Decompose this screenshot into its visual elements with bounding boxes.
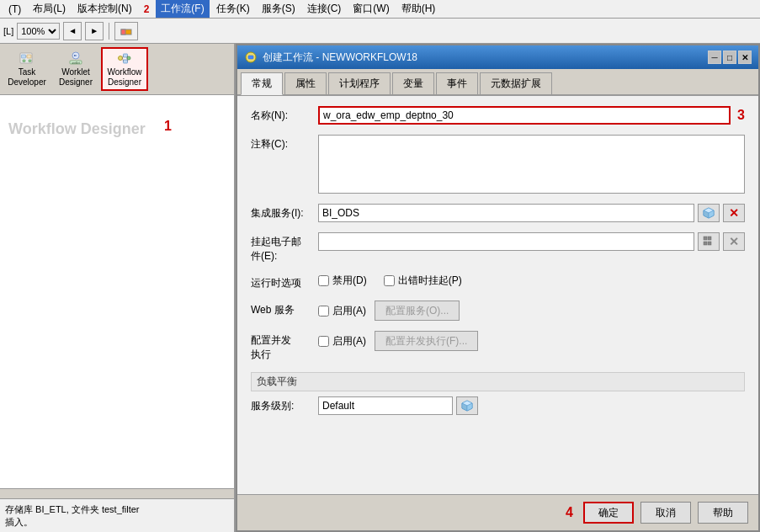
service-field: ✕ — [318, 204, 745, 222]
web-service-label: Web 服务 — [251, 301, 318, 317]
web-service-row: Web 服务 启用(A) 配置服务(O)... — [251, 301, 745, 321]
dialog-icon — [244, 51, 258, 64]
menu-t[interactable]: (T) — [3, 2, 26, 17]
grid-icon — [703, 236, 715, 247]
close-btn[interactable]: ✕ — [738, 51, 752, 64]
web-enable-label: 启用(A) — [332, 304, 366, 318]
comment-input[interactable] — [318, 135, 745, 194]
service-level-input[interactable] — [318, 396, 453, 415]
zoom-out-btn[interactable]: ◄ — [63, 22, 82, 40]
svg-rect-1 — [121, 29, 125, 35]
svg-rect-14 — [124, 60, 128, 63]
tab-scheduler[interactable]: 计划程序 — [328, 72, 391, 94]
email-browse-btn[interactable] — [698, 232, 720, 251]
name-row: 名称(N): 3 — [251, 106, 745, 125]
cube-icon — [702, 206, 715, 220]
zoom-in-btn[interactable]: ► — [85, 22, 104, 40]
minimize-btn[interactable]: ─ — [708, 51, 721, 64]
name-field: 3 — [318, 106, 745, 125]
web-enable-checkbox[interactable] — [318, 306, 329, 317]
concurrent-label: 配置并发执行 — [251, 331, 318, 362]
maximize-btn[interactable]: □ — [723, 51, 736, 64]
menu-service[interactable]: 服务(S) — [257, 0, 300, 18]
menu-bar: (T) 布局(L) 版本控制(N) 2 工作流(F) 任务(K) 服务(S) 连… — [0, 0, 760, 19]
help-button[interactable]: 帮助 — [698, 502, 748, 524]
toolbar: [L] 100% ◄ ► — [0, 19, 760, 44]
dialog-title-text: 创建工作流 - NEWWORKFLOW18 — [263, 51, 417, 65]
cancel-button[interactable]: 取消 — [640, 502, 691, 524]
concurrent-enable-label: 启用(A) — [332, 334, 366, 348]
web-service-field: 启用(A) 配置服务(O)... — [318, 301, 745, 321]
configure-concurrent-btn[interactable]: 配置并发执行(F)... — [375, 331, 478, 351]
tab-properties[interactable]: 属性 — [284, 72, 327, 94]
menu-task[interactable]: 任务(K) — [211, 0, 255, 18]
configure-web-btn[interactable]: 配置服务(O)... — [375, 301, 460, 321]
service-level-browse-btn[interactable] — [456, 396, 478, 415]
annotation-3: 3 — [737, 108, 745, 123]
tab-general[interactable]: 常规 — [241, 72, 283, 95]
svg-rect-4 — [27, 55, 31, 58]
comment-label: 注释(C): — [251, 135, 318, 152]
h-scrollbar[interactable] — [0, 488, 234, 498]
svg-rect-27 — [708, 237, 711, 240]
app-window: (T) 布局(L) 版本控制(N) 2 工作流(F) 任务(K) 服务(S) 连… — [0, 0, 760, 532]
tab-bar: 常规 属性 计划程序 变量 事件 元数据扩展 — [237, 69, 758, 96]
menu-help[interactable]: 帮助(H) — [396, 0, 441, 18]
web-enable-row: 启用(A) — [318, 304, 366, 318]
status-line2: 插入。 — [5, 516, 229, 529]
runtime-row: 运行时选项 禁用(D) 出错时挂起(P) — [251, 274, 745, 290]
titlebar-controls: ─ □ ✕ — [708, 51, 752, 64]
workflow-designer-label: WorkflowDesigner — [108, 67, 142, 88]
svg-rect-28 — [704, 242, 707, 245]
email-label: 挂起电子邮件(E): — [251, 232, 318, 263]
service-row: 集成服务(I): ✕ — [251, 204, 745, 222]
zoom-select[interactable]: 100% — [17, 23, 60, 40]
worklet-designer-icon: worklet — [61, 51, 91, 66]
worklet-designer-btn[interactable]: worklet WorkletDesigner — [52, 47, 99, 91]
concurrent-enable-checkbox[interactable] — [318, 336, 329, 347]
tab-events[interactable]: 事件 — [436, 72, 478, 94]
name-label: 名称(N): — [251, 106, 318, 123]
svg-rect-29 — [708, 242, 711, 245]
tool-btn[interactable] — [114, 22, 138, 40]
left-panel: TaskDeveloper worklet WorkletDesigner — [0, 44, 236, 532]
email-clear-btn[interactable]: ✕ — [723, 232, 745, 251]
service-clear-btn[interactable]: ✕ — [723, 204, 745, 222]
annotation-4: 4 — [566, 505, 573, 520]
on-error-checkbox[interactable] — [384, 275, 395, 286]
service-input[interactable] — [318, 204, 694, 222]
menu-workflow[interactable]: 工作流(F) — [156, 0, 209, 18]
comment-field — [318, 135, 745, 194]
service-level-label: 服务级别: — [251, 396, 318, 413]
svg-rect-26 — [704, 237, 707, 240]
disable-row: 禁用(D) — [318, 274, 367, 288]
menu-connect[interactable]: 连接(C) — [302, 0, 347, 18]
task-developer-btn[interactable]: TaskDeveloper — [3, 47, 50, 91]
runtime-label: 运行时选项 — [251, 274, 318, 290]
service-browse-btn[interactable] — [698, 204, 720, 222]
menu-version[interactable]: 版本控制(N) — [72, 0, 137, 18]
ok-button[interactable]: 确定 — [583, 502, 634, 524]
name-input[interactable] — [318, 106, 731, 125]
status-bar: 存储库 BI_ETL, 文件夹 test_filter 插入。 — [0, 498, 234, 532]
task-developer-label: TaskDeveloper — [8, 67, 46, 88]
service-level-row: 服务级别: — [251, 396, 745, 415]
main-content: TaskDeveloper worklet WorkletDesigner — [0, 44, 760, 532]
service-level-field — [318, 396, 745, 415]
tab-variables[interactable]: 变量 — [392, 72, 434, 94]
dialog-panel: 创建工作流 - NEWWORKFLOW18 ─ □ ✕ 常规 属性 计划程序 变… — [236, 44, 760, 532]
email-input[interactable] — [318, 232, 694, 251]
svg-rect-6 — [23, 60, 25, 62]
disable-checkbox[interactable] — [318, 275, 329, 286]
svg-point-12 — [119, 56, 123, 61]
runtime-options: 禁用(D) 出错时挂起(P) — [318, 274, 745, 288]
form-content: 名称(N): 3 注释(C): 集成服务(I): — [237, 96, 758, 494]
menu-window[interactable]: 窗口(W) — [348, 0, 394, 18]
icon-toolbar: TaskDeveloper worklet WorkletDesigner — [0, 44, 234, 95]
svg-rect-21 — [248, 56, 253, 59]
menu-layout[interactable]: 布局(L) — [28, 0, 71, 18]
workflow-designer-btn[interactable]: WorkflowDesigner — [101, 47, 148, 91]
status-line1: 存储库 BI_ETL, 文件夹 test_filter — [5, 503, 229, 516]
tab-metadata[interactable]: 元数据扩展 — [480, 72, 552, 94]
email-row: 挂起电子邮件(E): ✕ — [251, 232, 745, 263]
